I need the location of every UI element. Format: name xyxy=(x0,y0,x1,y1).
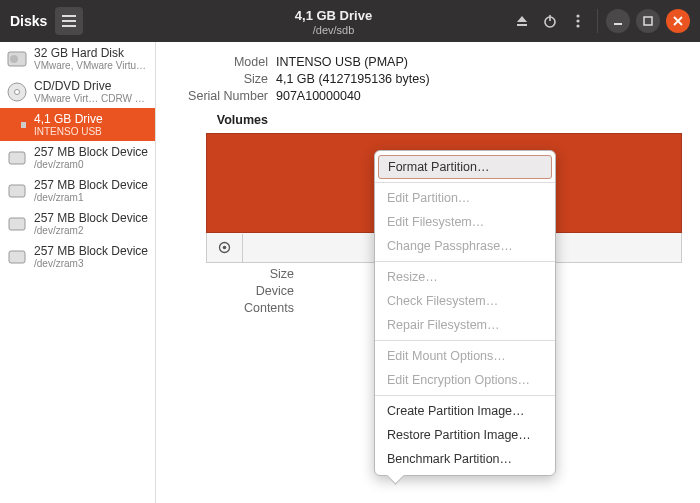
block-icon xyxy=(6,180,28,202)
sidebar-device-0[interactable]: 32 GB Hard DiskVMware, VMware Virtual S xyxy=(0,42,155,75)
sidebar-device-4[interactable]: 257 MB Block Device/dev/zram1 xyxy=(0,174,155,207)
sidebar-device-1[interactable]: CD/DVD DriveVMware Virt… CDRW Drive xyxy=(0,75,155,108)
menu-check-filesystem: Check Filesystem… xyxy=(375,289,555,313)
svg-rect-15 xyxy=(9,218,25,230)
svg-rect-5 xyxy=(614,23,622,25)
menu-edit-mount-options: Edit Mount Options… xyxy=(375,344,555,368)
sidebar-device-2[interactable]: 4,1 GB DriveINTENSO USB xyxy=(0,108,155,141)
power-icon xyxy=(543,14,557,28)
menu-benchmark-partition[interactable]: Benchmark Partition… xyxy=(375,447,555,471)
device-name: 257 MB Block Device xyxy=(34,211,148,225)
content-pane: ModelINTENSO USB (PMAP) Size4,1 GB (4127… xyxy=(156,42,700,503)
menu-change-passphrase: Change Passphrase… xyxy=(375,234,555,258)
sidebar-device-5[interactable]: 257 MB Block Device/dev/zram2 xyxy=(0,207,155,240)
block-icon xyxy=(6,147,28,169)
usb-icon xyxy=(6,114,28,136)
serial-value: 907A10000040 xyxy=(276,89,361,103)
block-icon xyxy=(6,213,28,235)
block-icon xyxy=(6,246,28,268)
power-off-button[interactable] xyxy=(539,10,561,32)
device-sub: VMware, VMware Virtual S xyxy=(34,60,149,71)
gear-icon xyxy=(217,240,232,255)
optical-icon xyxy=(6,81,28,103)
size-label: Size xyxy=(156,72,276,86)
svg-rect-14 xyxy=(9,185,25,197)
menu-icon xyxy=(62,15,76,27)
svg-point-2 xyxy=(576,14,579,17)
device-sub: INTENSO USB xyxy=(34,126,103,137)
size-value: 4,1 GB (4127195136 bytes) xyxy=(276,72,430,86)
device-name: 32 GB Hard Disk xyxy=(34,46,149,60)
device-sub: /dev/zram0 xyxy=(34,159,148,170)
maximize-icon xyxy=(643,16,653,26)
sidebar-device-3[interactable]: 257 MB Block Device/dev/zram0 xyxy=(0,141,155,174)
app-title: Disks xyxy=(10,13,47,29)
svg-point-18 xyxy=(223,246,227,250)
vol-size-label: Size xyxy=(206,267,302,281)
minimize-icon xyxy=(613,16,623,26)
menu-create-partition-image[interactable]: Create Partition Image… xyxy=(375,399,555,423)
close-icon xyxy=(673,16,683,26)
device-sub: /dev/zram1 xyxy=(34,192,148,203)
device-sub: /dev/zram3 xyxy=(34,258,148,269)
svg-point-10 xyxy=(15,89,20,94)
eject-icon xyxy=(515,14,529,28)
drive-menu-button[interactable] xyxy=(567,10,589,32)
partition-context-menu: Format Partition… Edit Partition… Edit F… xyxy=(374,150,556,476)
menu-edit-encryption-options: Edit Encryption Options… xyxy=(375,368,555,392)
device-name: 257 MB Block Device xyxy=(34,178,148,192)
sidebar-device-6[interactable]: 257 MB Block Device/dev/zram3 xyxy=(0,240,155,273)
device-name: 257 MB Block Device xyxy=(34,145,148,159)
device-sidebar: 32 GB Hard DiskVMware, VMware Virtual SC… xyxy=(0,42,156,503)
svg-point-8 xyxy=(10,55,18,63)
menu-edit-partition: Edit Partition… xyxy=(375,186,555,210)
minimize-button[interactable] xyxy=(606,9,630,33)
device-sub: VMware Virt… CDRW Drive xyxy=(34,93,149,104)
svg-point-3 xyxy=(576,19,579,22)
hamburger-menu-button[interactable] xyxy=(55,7,83,35)
svg-rect-13 xyxy=(9,152,25,164)
kebab-icon xyxy=(576,14,580,28)
header-bar: Disks 4,1 GB Drive /dev/sdb xyxy=(0,0,700,42)
menu-edit-filesystem: Edit Filesystem… xyxy=(375,210,555,234)
volume-settings-button[interactable] xyxy=(207,234,243,262)
svg-rect-16 xyxy=(9,251,25,263)
vol-device-label: Device xyxy=(206,284,302,298)
device-name: 257 MB Block Device xyxy=(34,244,148,258)
device-sub: /dev/zram2 xyxy=(34,225,148,236)
model-value: INTENSO USB (PMAP) xyxy=(276,55,408,69)
svg-rect-1 xyxy=(549,15,551,21)
header-subtitle: 4,1 GB Drive /dev/sdb xyxy=(156,5,511,37)
device-name: 4,1 GB Drive xyxy=(34,112,103,126)
close-button[interactable] xyxy=(666,9,690,33)
model-label: Model xyxy=(156,55,276,69)
serial-label: Serial Number xyxy=(156,89,276,103)
svg-point-4 xyxy=(576,24,579,27)
vol-contents-label: Contents xyxy=(206,301,302,315)
svg-rect-6 xyxy=(644,17,652,25)
svg-rect-12 xyxy=(21,122,26,128)
drive-path: /dev/sdb xyxy=(156,24,511,37)
menu-restore-partition-image[interactable]: Restore Partition Image… xyxy=(375,423,555,447)
eject-button[interactable] xyxy=(511,10,533,32)
hdd-icon xyxy=(6,48,28,70)
menu-resize: Resize… xyxy=(375,265,555,289)
menu-repair-filesystem: Repair Filesystem… xyxy=(375,313,555,337)
volumes-heading: Volumes xyxy=(156,113,276,127)
drive-title: 4,1 GB Drive xyxy=(156,8,511,24)
device-name: CD/DVD Drive xyxy=(34,79,149,93)
maximize-button[interactable] xyxy=(636,9,660,33)
menu-format-partition[interactable]: Format Partition… xyxy=(378,155,552,179)
